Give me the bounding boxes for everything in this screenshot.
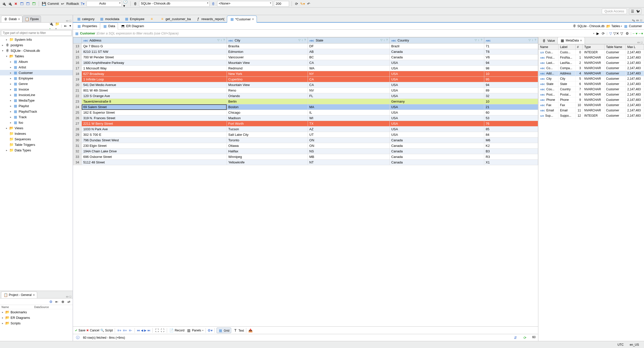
meta-row[interactable]: ABC Cou...Country7NVARCHARCustomer2,147,…: [539, 87, 644, 92]
filter-expression-input[interactable]: Enter a SQL expression to filter results…: [97, 31, 593, 35]
tree-item-tables[interactable]: ▾Tables: [0, 53, 73, 59]
data-row[interactable]: 23Tauentzienstraße 8BerlinGermany10: [73, 99, 538, 104]
stop-icon[interactable]: ✎▾: [300, 2, 305, 6]
tree-item-album[interactable]: ▸Album: [0, 59, 73, 64]
save-button[interactable]: Save: [78, 329, 85, 332]
data-row[interactable]: 171 Microsoft WayRedmondWAUSA98: [73, 66, 538, 71]
breadcrumb-tables[interactable]: Tables ▾: [606, 24, 622, 28]
schema-dropdown[interactable]: <None>: [217, 1, 272, 7]
commit-icon[interactable]: 💾: [42, 2, 46, 6]
data-row[interactable]: 30796 Dundas Street WestTorontoONCanadaM…: [73, 138, 538, 143]
project-item-scripts[interactable]: ▸Scripts: [0, 320, 73, 326]
tree-menu-icon[interactable]: ▾: [69, 24, 71, 28]
nav-back-icon[interactable]: ←▾: [632, 31, 637, 36]
data-row[interactable]: 191 Infinite LoopCupertinoCAUSA95: [73, 77, 538, 82]
tree-item-playlist[interactable]: ▸Playlist: [0, 103, 73, 109]
subtab-data[interactable]: Data: [100, 23, 118, 30]
filter-funnel-icon[interactable]: ▽: [609, 31, 613, 36]
data-row[interactable]: 33696 Osborne StreetWinnipegMBCanadaR3: [73, 154, 538, 160]
tree-item-indexes[interactable]: Indexes: [0, 131, 73, 136]
panels-button[interactable]: Panels: [192, 329, 201, 332]
data-row[interactable]: 2469 Salem StreetBostonMAUSA21: [73, 104, 538, 110]
maximize-icon[interactable]: □: [641, 41, 642, 44]
meta-row[interactable]: ABC FaxFax10NVARCHARCustomer2,147,483: [539, 103, 644, 108]
nav-fwd-icon[interactable]: →▾: [638, 31, 642, 36]
project-item-er-diagrams[interactable]: ▸ER Diagrams: [0, 315, 73, 320]
view-grid-button[interactable]: Grid: [217, 328, 231, 333]
data-row[interactable]: 15700 W Pender StreetVancouverBCCanadaV6: [73, 55, 538, 60]
tree-item-track[interactable]: ▸Track: [0, 114, 73, 120]
data-row[interactable]: 345112 48 StreetYellowknifeNTCanadaX1: [73, 160, 538, 165]
maximize-icon[interactable]: □: [69, 295, 71, 298]
sql-new-icon[interactable]: 🗔: [32, 2, 36, 6]
data-row[interactable]: 272211 W Berry StreetFort WorthTXUSA76: [73, 121, 538, 126]
zoom-reset-icon[interactable]: ⛶: [160, 328, 165, 333]
editor-tab-mockdata[interactable]: mockdata: [97, 16, 122, 22]
connect-icon[interactable]: 🔌: [2, 2, 6, 6]
maximize-icon[interactable]: □: [640, 19, 642, 22]
close-icon[interactable]: ✕: [18, 18, 20, 21]
minimize-icon[interactable]: ▭: [637, 41, 640, 44]
rollback-button[interactable]: Rollback: [66, 2, 79, 6]
commit-button[interactable]: Commit: [48, 2, 59, 6]
column-header-state[interactable]: ABC State▽ ↕ ?: [308, 37, 390, 44]
undo-icon[interactable]: ↶: [306, 2, 311, 6]
metadata-table[interactable]: NameLabel#TypeTable NameMax L 123 Cus...…: [538, 44, 644, 341]
subtab-er-diagram[interactable]: ⬒ER Diagram: [118, 23, 147, 30]
tree-item-invoiceline[interactable]: ▸InvoiceLine: [0, 92, 73, 98]
breadcrumb-db[interactable]: SQLite - Chinook.db: [572, 24, 605, 28]
script-button[interactable]: Script: [105, 329, 113, 332]
editor-tab-rewards_report-[interactable]: rewards_report(: [193, 16, 227, 22]
meta-row[interactable]: ABC EmailEmail11NVARCHARCustomer2,147,48…: [539, 108, 644, 113]
new-folder-icon[interactable]: 📁₊: [55, 24, 60, 28]
column-header-city[interactable]: ABC City▽ ↕ ?: [227, 37, 308, 44]
tab-projects[interactable]: 📋 Проек: [22, 16, 41, 22]
filter-refresh-icon[interactable]: ⟳: [601, 31, 606, 36]
tree-item-sqlite-chinook-db[interactable]: ▾SQLite - Chinook.db: [0, 48, 73, 53]
perspective-open-icon[interactable]: ☰: [630, 9, 635, 14]
data-grid[interactable]: ABC Address▽ ↕ ?ABC City▽ ↕ ?ABC State▽ …: [73, 37, 538, 326]
zoom-fit-icon[interactable]: ⛶: [155, 328, 159, 333]
data-row[interactable]: 25162 E Superior StreetChicagoILUSA60: [73, 110, 538, 115]
row-limit-input[interactable]: [274, 1, 289, 7]
tab-project-general[interactable]: 📋 Project - General ✕: [1, 291, 37, 298]
tree-item-system-info[interactable]: ▸System Info: [0, 37, 73, 42]
editor-tab--sqlite-chino[interactable]: [147, 16, 157, 22]
minimize-icon[interactable]: ▭: [66, 295, 68, 298]
editor-tab-get_customer_ba[interactable]: get_customer_ba: [157, 16, 193, 22]
tab-value[interactable]: 🛢Value: [539, 37, 557, 44]
tab-database-navigator[interactable]: Datab ✕: [1, 16, 22, 22]
tx-mode-dropdown[interactable]: Auto: [87, 1, 122, 7]
data-row[interactable]: 31230 Elgin StreetOttawaONCanadaK2: [73, 143, 538, 149]
minimize-icon[interactable]: ▭: [66, 19, 68, 22]
filter-save-icon[interactable]: ▽: [620, 31, 624, 36]
tree-item-sequences[interactable]: Sequences: [0, 136, 73, 142]
nav-last-icon[interactable]: ⏭: [147, 329, 150, 332]
tree-item-data-types[interactable]: ▸Data Types: [0, 147, 73, 153]
filter-dropdown-icon[interactable]: ▾: [593, 32, 594, 35]
maximize-icon[interactable]: □: [69, 19, 71, 22]
column-header-extra[interactable]: ABC ▽ ↕ ?: [484, 37, 538, 44]
tree-item-foo[interactable]: ▸foo: [0, 120, 73, 125]
minimize-icon[interactable]: ▭: [636, 19, 639, 22]
tree-item-table-triggers[interactable]: Table Triggers: [0, 142, 73, 147]
meta-col-max-l[interactable]: Max L: [626, 45, 644, 50]
meta-row[interactable]: ABC Add...Address4NVARCHARCustomer2,147,…: [539, 71, 644, 76]
refresh-icon[interactable]: ⟳: [294, 2, 299, 6]
data-row[interactable]: 281033 N Park AveTucsonAZUSA85: [73, 126, 538, 132]
navigator-filter-input[interactable]: [1, 30, 72, 36]
meta-row[interactable]: 123 Cus...Custo...0INTEGERCustomer2,147,…: [539, 50, 644, 55]
data-row[interactable]: 148210 111 ST NWEdmontonABCanadaT6: [73, 49, 538, 55]
quick-access-input[interactable]: Quick Access: [602, 9, 627, 14]
data-row[interactable]: 161600 Amphitheatre ParkwayMountain View…: [73, 60, 538, 66]
tree-collapse-icon[interactable]: ⇤: [63, 24, 68, 28]
cancel-icon[interactable]: ✖: [86, 329, 89, 332]
close-icon[interactable]: ✕: [580, 39, 582, 42]
editor-tabs-overflow[interactable]: »5: [632, 18, 635, 22]
save-icon[interactable]: ✔: [75, 329, 77, 332]
meta-col-type[interactable]: Type: [583, 45, 605, 50]
record-button[interactable]: Record: [175, 329, 184, 332]
tree-item-mediatype[interactable]: ▸MediaType: [0, 98, 73, 103]
database-navigator-tree[interactable]: ▸System Info▸postgres▾SQLite - Chinook.d…: [0, 37, 73, 291]
history-icon[interactable]: 🕓▾: [123, 2, 128, 6]
